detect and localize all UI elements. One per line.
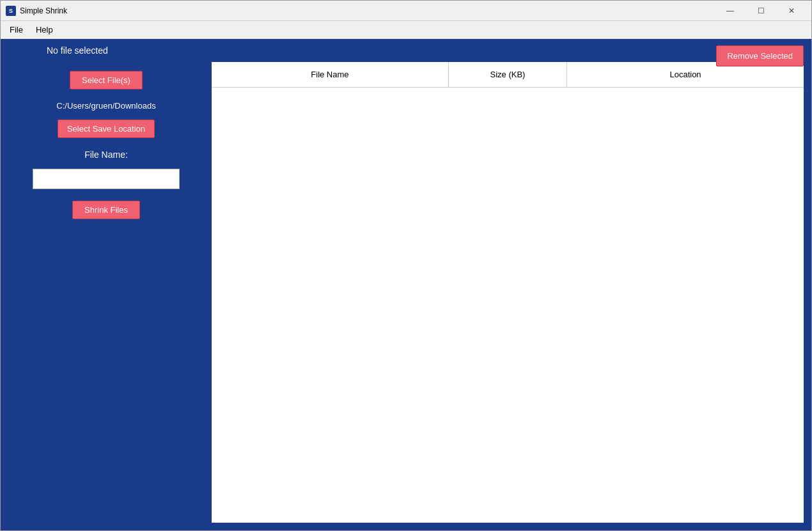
app-icon: S (6, 6, 16, 16)
title-bar: S Simple Shrink — ☐ ✕ (1, 1, 811, 21)
window-controls: — ☐ ✕ (715, 2, 806, 20)
file-name-label: File Name: (84, 150, 128, 160)
menu-bar: File Help (1, 21, 811, 39)
file-name-input[interactable] (33, 169, 180, 189)
window-title: Simple Shrink (20, 6, 67, 15)
minimize-button[interactable]: — (715, 2, 745, 20)
menu-help[interactable]: Help (29, 22, 59, 37)
column-header-size: Size (KB) (448, 62, 566, 88)
remove-selected-button[interactable]: Remove Selected (716, 45, 804, 66)
body-area: Select File(s) C:/Users/gruen/Downloads … (1, 62, 811, 530)
table-header-row: File Name Size (KB) Location (212, 62, 804, 88)
select-files-button[interactable]: Select File(s) (70, 71, 143, 89)
no-file-label: No file selected (47, 45, 108, 56)
select-save-location-button[interactable]: Select Save Location (58, 119, 155, 138)
shrink-files-button[interactable]: Shrink Files (72, 201, 140, 219)
maximize-button[interactable]: ☐ (746, 2, 776, 20)
title-bar-left: S Simple Shrink (6, 6, 67, 16)
save-location-path: C:/Users/gruen/Downloads (56, 101, 155, 111)
menu-file[interactable]: File (3, 22, 29, 37)
left-panel: Select File(s) C:/Users/gruen/Downloads … (1, 62, 212, 530)
top-bar: No file selected Remove Selected (1, 39, 811, 62)
main-window: S Simple Shrink — ☐ ✕ File Help No file … (0, 0, 812, 531)
close-button[interactable]: ✕ (777, 2, 806, 20)
file-table-panel: File Name Size (KB) Location (212, 62, 804, 523)
main-content: No file selected Remove Selected Select … (1, 39, 811, 530)
file-table: File Name Size (KB) Location (212, 62, 804, 88)
column-header-filename: File Name (212, 62, 448, 88)
